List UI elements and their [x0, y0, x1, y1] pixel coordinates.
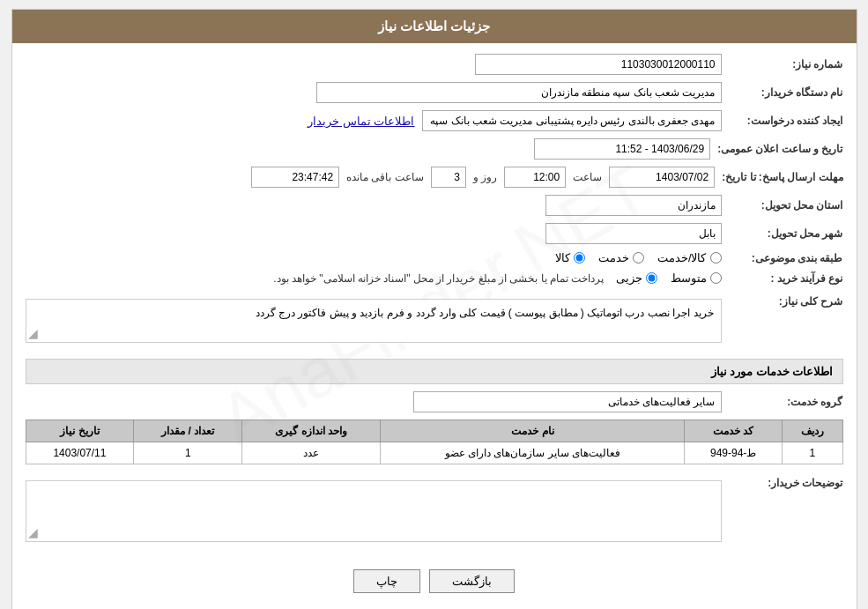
purchase-type-partial-radio[interactable] — [646, 272, 657, 284]
purchase-type-medium-option[interactable]: متوسط — [671, 271, 722, 285]
buyer-org-label: نام دستگاه خریدار: — [729, 86, 843, 99]
response-day-label: روز و — [473, 171, 497, 183]
buyer-org-row: نام دستگاه خریدار: — [26, 82, 843, 103]
service-group-row: گروه خدمت: — [26, 391, 843, 412]
announce-datetime-label: تاریخ و ساعت اعلان عمومی: — [717, 143, 842, 155]
creator-label: ایجاد کننده درخواست: — [729, 115, 843, 127]
main-container: جزئیات اطلاعات نیاز شماره نیاز: نام دستگ… — [11, 9, 857, 609]
category-label: طبقه بندی موضوعی: — [729, 252, 843, 264]
delivery-city-label: شهر محل تحویل: — [729, 227, 843, 240]
announce-datetime-row: تاریخ و ساعت اعلان عمومی: — [26, 138, 843, 160]
category-row: طبقه بندی موضوعی: کالا/خدمت خدمت کالا — [26, 251, 843, 264]
buyer-org-input[interactable] — [316, 82, 722, 103]
creator-input[interactable] — [422, 110, 722, 131]
response-time-input[interactable] — [504, 167, 566, 188]
buyer-desc-box[interactable]: ◢ — [26, 480, 722, 542]
bottom-buttons: بازگشت چاپ — [26, 556, 843, 606]
purchase-type-row: نوع فرآیند خرید : متوسط جزیی پرداخت تمام… — [26, 271, 843, 285]
need-desc-text: خرید اجرا نصب درب اتوماتیک ( مطابق پیوست… — [256, 307, 714, 319]
category-goods-service-option[interactable]: کالا/خدمت — [657, 251, 722, 264]
purchase-type-medium-label: متوسط — [671, 271, 707, 285]
delivery-city-input[interactable] — [545, 223, 722, 244]
category-goods-service-radio[interactable] — [710, 252, 722, 264]
purchase-type-medium-radio[interactable] — [710, 272, 722, 284]
cell-unit: عدد — [242, 442, 381, 464]
services-section-header: اطلاعات خدمات مورد نیاز — [26, 359, 843, 384]
buyer-desc-row: توضیحات خریدار: ◢ — [26, 473, 843, 549]
delivery-province-label: استان محل تحویل: — [729, 199, 843, 212]
col-service-name: نام خدمت — [381, 420, 685, 442]
category-radio-group: کالا/خدمت خدمت کالا — [555, 251, 722, 264]
col-date: تاریخ نیاز — [26, 420, 134, 442]
response-deadline-label: مهلت ارسال پاسخ: تا تاریخ: — [722, 171, 842, 183]
category-service-label: خدمت — [598, 251, 629, 264]
content-area: شماره نیاز: نام دستگاه خریدار: ایجاد کنن… — [12, 43, 857, 609]
table-header-row: ردیف کد خدمت نام خدمت واحد اندازه گیری ت… — [26, 420, 842, 442]
purchase-type-partial-label: جزیی — [616, 271, 642, 285]
cell-quantity: 1 — [134, 442, 242, 464]
category-goods-label: کالا — [555, 251, 570, 264]
buyer-desc-resize-icon: ◢ — [28, 525, 38, 539]
announce-datetime-input[interactable] — [534, 138, 710, 160]
purchase-type-radio-group: متوسط جزیی — [616, 271, 722, 285]
service-group-label: گروه خدمت: — [729, 396, 843, 408]
response-days-input[interactable] — [431, 167, 466, 188]
category-goods-service-label: کالا/خدمت — [657, 251, 707, 264]
cell-service-code: ط-94-949 — [685, 442, 783, 464]
page-title: جزئیات اطلاعات نیاز — [12, 10, 857, 43]
need-number-input[interactable] — [475, 54, 722, 75]
creator-row: ایجاد کننده درخواست: اطلاعات تماس خریدار — [26, 110, 843, 131]
response-deadline-row: مهلت ارسال پاسخ: تا تاریخ: ساعت روز و سا… — [26, 167, 843, 188]
category-service-radio[interactable] — [633, 252, 644, 264]
cell-date: 1403/07/11 — [26, 442, 134, 464]
response-date-input[interactable] — [609, 167, 715, 188]
col-quantity: تعداد / مقدار — [134, 420, 242, 442]
need-number-row: شماره نیاز: — [26, 54, 843, 75]
table-row: 1 ط-94-949 فعالیت‌های سایر سازمان‌های دا… — [26, 442, 842, 464]
resize-handle-icon: ◢ — [28, 326, 38, 340]
buyer-desc-label: توضیحات خریدار: — [729, 473, 843, 489]
category-goods-radio[interactable] — [574, 252, 585, 264]
services-table: ردیف کد خدمت نام خدمت واحد اندازه گیری ت… — [26, 420, 843, 464]
delivery-province-row: استان محل تحویل: — [26, 195, 843, 216]
category-service-option[interactable]: خدمت — [598, 251, 644, 264]
category-goods-option[interactable]: کالا — [555, 251, 585, 264]
need-desc-label: شرح کلی نیاز: — [729, 292, 843, 308]
delivery-city-row: شهر محل تحویل: — [26, 223, 843, 244]
need-desc-box: خرید اجرا نصب درب اتوماتیک ( مطابق پیوست… — [26, 299, 722, 343]
print-button[interactable]: چاپ — [353, 569, 420, 593]
purchase-type-note: پرداخت تمام یا بخشی از مبلغ خریدار از مح… — [26, 272, 605, 285]
purchase-type-label: نوع فرآیند خرید : — [729, 272, 843, 285]
back-button[interactable]: بازگشت — [429, 569, 515, 593]
col-service-code: کد خدمت — [685, 420, 783, 442]
need-desc-section: شرح کلی نیاز: خرید اجرا نصب درب اتوماتیک… — [26, 292, 843, 350]
col-row-num: ردیف — [782, 420, 842, 442]
delivery-province-input[interactable] — [545, 195, 722, 216]
need-number-label: شماره نیاز: — [729, 58, 843, 71]
cell-row-num: 1 — [782, 442, 842, 464]
remaining-time-label: ساعت باقی مانده — [346, 171, 424, 183]
remaining-time-input[interactable] — [251, 167, 339, 188]
service-group-input[interactable] — [413, 391, 722, 412]
creator-contact-link[interactable]: اطلاعات تماس خریدار — [308, 115, 414, 128]
col-unit: واحد اندازه گیری — [242, 420, 381, 442]
response-time-label: ساعت — [573, 171, 602, 183]
cell-service-name: فعالیت‌های سایر سازمان‌های دارای عضو — [381, 442, 685, 464]
purchase-type-partial-option[interactable]: جزیی — [616, 271, 657, 285]
